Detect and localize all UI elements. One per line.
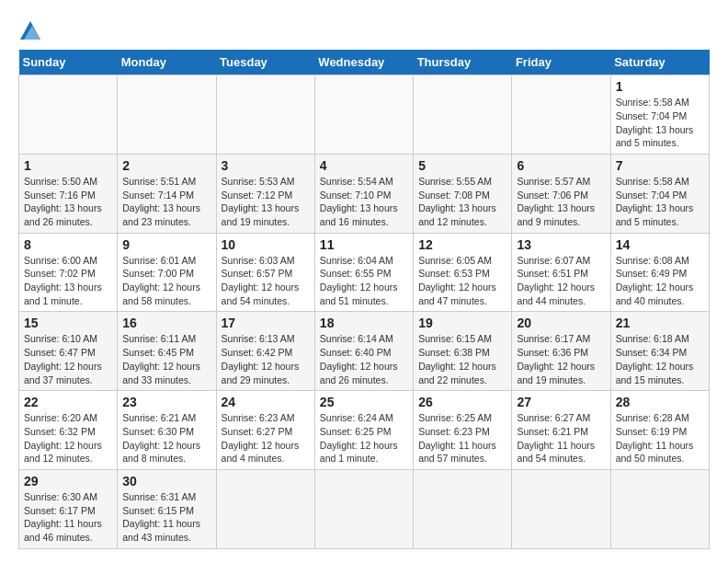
calendar-cell: 5Sunrise: 5:55 AM Sunset: 7:08 PM Daylig…: [414, 154, 512, 233]
day-info: Sunrise: 6:28 AM Sunset: 6:19 PM Dayligh…: [616, 411, 704, 465]
day-info: Sunrise: 6:01 AM Sunset: 7:00 PM Dayligh…: [122, 254, 210, 308]
day-info: Sunrise: 6:25 AM Sunset: 6:23 PM Dayligh…: [418, 411, 506, 465]
calendar-table: SundayMondayTuesdayWednesdayThursdayFrid…: [18, 50, 710, 549]
calendar-cell: 30Sunrise: 6:31 AM Sunset: 6:15 PM Dayli…: [118, 469, 216, 548]
day-info: Sunrise: 6:31 AM Sunset: 6:15 PM Dayligh…: [122, 490, 210, 545]
day-number: 9: [122, 237, 210, 252]
calendar-week-row: 29Sunrise: 6:30 AM Sunset: 6:17 PM Dayli…: [19, 469, 710, 548]
calendar-cell: 13Sunrise: 6:07 AM Sunset: 6:51 PM Dayli…: [512, 233, 610, 312]
day-info: Sunrise: 6:18 AM Sunset: 6:34 PM Dayligh…: [616, 332, 704, 386]
day-number: 28: [616, 395, 704, 409]
day-number: 24: [222, 395, 310, 409]
day-info: Sunrise: 6:03 AM Sunset: 6:57 PM Dayligh…: [222, 254, 310, 308]
day-header-saturday: Saturday: [610, 50, 709, 75]
day-info: Sunrise: 5:58 AM Sunset: 7:04 PM Dayligh…: [616, 175, 704, 229]
day-info: Sunrise: 6:17 AM Sunset: 6:36 PM Dayligh…: [517, 332, 605, 386]
calendar-cell: 1Sunrise: 5:58 AM Sunset: 7:04 PM Daylig…: [610, 75, 709, 155]
day-info: Sunrise: 6:13 AM Sunset: 6:42 PM Dayligh…: [222, 332, 310, 386]
day-number: 10: [222, 237, 310, 252]
calendar-cell: [216, 75, 314, 155]
calendar-cell: 12Sunrise: 6:05 AM Sunset: 6:53 PM Dayli…: [414, 233, 512, 312]
day-info: Sunrise: 6:00 AM Sunset: 7:02 PM Dayligh…: [24, 254, 112, 308]
calendar-cell: 9Sunrise: 6:01 AM Sunset: 7:00 PM Daylig…: [118, 233, 216, 312]
calendar-cell: 16Sunrise: 6:11 AM Sunset: 6:45 PM Dayli…: [118, 312, 216, 391]
day-number: 19: [418, 316, 506, 330]
calendar-cell: [610, 469, 709, 548]
calendar-cell: 14Sunrise: 6:08 AM Sunset: 6:49 PM Dayli…: [610, 233, 709, 312]
calendar-cell: 18Sunrise: 6:14 AM Sunset: 6:40 PM Dayli…: [314, 312, 413, 391]
day-number: 2: [122, 158, 210, 173]
day-number: 8: [24, 237, 112, 252]
day-info: Sunrise: 5:50 AM Sunset: 7:16 PM Dayligh…: [24, 175, 112, 229]
day-info: Sunrise: 5:57 AM Sunset: 7:06 PM Dayligh…: [517, 175, 605, 229]
calendar-cell: 28Sunrise: 6:28 AM Sunset: 6:19 PM Dayli…: [610, 391, 709, 470]
day-number: 17: [222, 316, 310, 330]
calendar-cell: 29Sunrise: 6:30 AM Sunset: 6:17 PM Dayli…: [19, 469, 118, 548]
day-info: Sunrise: 6:21 AM Sunset: 6:30 PM Dayligh…: [122, 411, 210, 465]
day-info: Sunrise: 6:14 AM Sunset: 6:40 PM Dayligh…: [320, 332, 408, 386]
day-number: 22: [24, 395, 112, 409]
day-header-wednesday: Wednesday: [314, 50, 413, 75]
calendar-cell: 22Sunrise: 6:20 AM Sunset: 6:32 PM Dayli…: [19, 391, 118, 470]
page-header: [18, 18, 710, 40]
day-number: 5: [418, 158, 506, 173]
calendar-cell: 23Sunrise: 6:21 AM Sunset: 6:30 PM Dayli…: [118, 391, 216, 470]
calendar-cell: 15Sunrise: 6:10 AM Sunset: 6:47 PM Dayli…: [19, 312, 118, 391]
day-info: Sunrise: 6:08 AM Sunset: 6:49 PM Dayligh…: [616, 254, 704, 308]
day-number: 25: [320, 395, 408, 409]
day-info: Sunrise: 6:20 AM Sunset: 6:32 PM Dayligh…: [24, 411, 112, 465]
calendar-cell: [314, 469, 413, 548]
day-number: 1: [616, 79, 704, 94]
day-number: 12: [418, 237, 506, 252]
day-header-sunday: Sunday: [19, 50, 118, 75]
day-number: 14: [616, 237, 704, 252]
day-info: Sunrise: 5:51 AM Sunset: 7:14 PM Dayligh…: [122, 175, 210, 229]
day-number: 3: [222, 158, 310, 173]
calendar-week-row: 1Sunrise: 5:58 AM Sunset: 7:04 PM Daylig…: [19, 75, 710, 155]
day-header-tuesday: Tuesday: [216, 50, 314, 75]
calendar-cell: [414, 75, 512, 155]
day-number: 23: [122, 395, 210, 409]
day-header-thursday: Thursday: [414, 50, 512, 75]
calendar-cell: 21Sunrise: 6:18 AM Sunset: 6:34 PM Dayli…: [610, 312, 709, 391]
calendar-cell: 7Sunrise: 5:58 AM Sunset: 7:04 PM Daylig…: [610, 154, 709, 233]
day-info: Sunrise: 6:05 AM Sunset: 6:53 PM Dayligh…: [418, 254, 506, 308]
day-number: 16: [122, 316, 210, 330]
calendar-cell: 6Sunrise: 5:57 AM Sunset: 7:06 PM Daylig…: [512, 154, 610, 233]
calendar-cell: 2Sunrise: 5:51 AM Sunset: 7:14 PM Daylig…: [118, 154, 216, 233]
day-number: 18: [320, 316, 408, 330]
day-info: Sunrise: 6:11 AM Sunset: 6:45 PM Dayligh…: [122, 332, 210, 386]
calendar-week-row: 1Sunrise: 5:50 AM Sunset: 7:16 PM Daylig…: [19, 154, 710, 233]
calendar-cell: 24Sunrise: 6:23 AM Sunset: 6:27 PM Dayli…: [216, 391, 314, 470]
calendar-cell: 19Sunrise: 6:15 AM Sunset: 6:38 PM Dayli…: [414, 312, 512, 391]
calendar-cell: [314, 75, 413, 155]
day-number: 15: [24, 316, 112, 330]
day-info: Sunrise: 5:54 AM Sunset: 7:10 PM Dayligh…: [320, 175, 408, 229]
day-header-monday: Monday: [118, 50, 216, 75]
day-info: Sunrise: 6:23 AM Sunset: 6:27 PM Dayligh…: [222, 411, 310, 465]
day-info: Sunrise: 5:55 AM Sunset: 7:08 PM Dayligh…: [418, 175, 506, 229]
logo: [18, 18, 42, 40]
logo-icon: [20, 21, 40, 40]
days-header-row: SundayMondayTuesdayWednesdayThursdayFrid…: [19, 50, 710, 75]
day-info: Sunrise: 6:24 AM Sunset: 6:25 PM Dayligh…: [320, 411, 408, 465]
day-number: 20: [517, 316, 605, 330]
calendar-cell: [118, 75, 216, 155]
calendar-cell: [19, 75, 118, 155]
day-info: Sunrise: 6:27 AM Sunset: 6:21 PM Dayligh…: [517, 411, 605, 465]
day-number: 4: [320, 158, 408, 173]
day-number: 29: [24, 474, 112, 488]
calendar-cell: 8Sunrise: 6:00 AM Sunset: 7:02 PM Daylig…: [19, 233, 118, 312]
calendar-cell: [414, 469, 512, 548]
calendar-cell: 25Sunrise: 6:24 AM Sunset: 6:25 PM Dayli…: [314, 391, 413, 470]
calendar-week-row: 15Sunrise: 6:10 AM Sunset: 6:47 PM Dayli…: [19, 312, 710, 391]
day-number: 1: [24, 158, 112, 173]
day-info: Sunrise: 6:30 AM Sunset: 6:17 PM Dayligh…: [24, 490, 112, 545]
calendar-cell: 20Sunrise: 6:17 AM Sunset: 6:36 PM Dayli…: [512, 312, 610, 391]
day-header-friday: Friday: [512, 50, 610, 75]
day-info: Sunrise: 6:04 AM Sunset: 6:55 PM Dayligh…: [320, 254, 408, 308]
calendar-cell: [512, 75, 610, 155]
calendar-cell: 17Sunrise: 6:13 AM Sunset: 6:42 PM Dayli…: [216, 312, 314, 391]
day-number: 7: [616, 158, 704, 173]
calendar-cell: [512, 469, 610, 548]
